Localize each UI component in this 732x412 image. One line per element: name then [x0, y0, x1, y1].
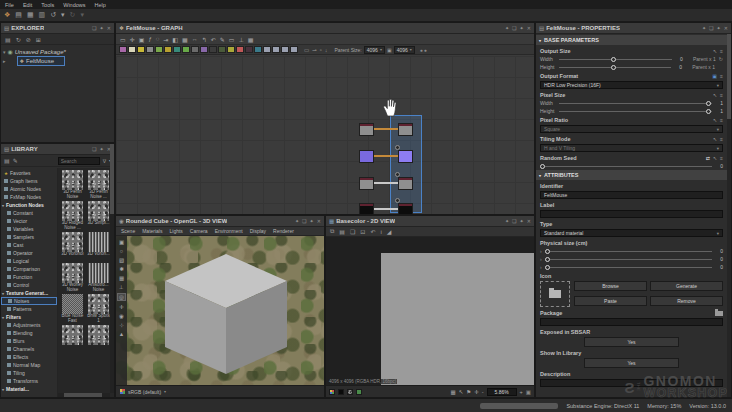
- new-package-icon[interactable]: ▤: [15, 11, 22, 19]
- param-menu-icon[interactable]: ≡: [720, 155, 723, 161]
- pose-icon[interactable]: ⊥: [119, 284, 124, 290]
- show-in-library-yes-button[interactable]: Yes: [584, 358, 679, 368]
- view3d-menu-scene[interactable]: Scene: [121, 228, 135, 234]
- param-menu-icon[interactable]: ≡: [720, 117, 723, 123]
- histogram-icon[interactable]: ◢: [387, 228, 392, 235]
- snap-grid-icon[interactable]: ▦: [248, 36, 254, 43]
- library-category-function-nodes[interactable]: ▾Function Nodes: [1, 201, 57, 209]
- size-lock-icon[interactable]: ▣: [387, 47, 392, 53]
- collapse-icon[interactable]: ▾: [2, 315, 4, 320]
- icon-drop-zone[interactable]: [540, 281, 570, 307]
- pick-icon[interactable]: ↖: [713, 136, 717, 142]
- library-category-texture-generat-[interactable]: ▾Texture Generat...: [1, 289, 57, 297]
- undo-caret-icon[interactable]: ▾: [61, 11, 65, 19]
- filter-tree-icon[interactable]: ⊞: [36, 36, 41, 43]
- collapse-icon[interactable]: ▾: [2, 291, 4, 296]
- library-category-material-[interactable]: ▾Material...: [1, 385, 57, 393]
- description-field[interactable]: [540, 379, 723, 387]
- eye-icon[interactable]: ◉: [119, 313, 124, 319]
- colorspace-value[interactable]: sRGB (default): [128, 389, 161, 395]
- param-menu-icon[interactable]: ≡: [720, 92, 723, 98]
- noise-thumbnail-image[interactable]: [88, 263, 109, 283]
- library-vertical-scrollbar[interactable]: [110, 144, 114, 393]
- library-thumbnail[interactable]: 3D Simpl...: [86, 201, 111, 231]
- library-category-patterns[interactable]: Patterns: [1, 305, 57, 313]
- output-node[interactable]: [398, 123, 413, 136]
- identifier-field[interactable]: FeltMouse: [540, 191, 723, 199]
- graph-node[interactable]: [359, 203, 374, 214]
- maximize-icon[interactable]: ✦: [717, 25, 721, 31]
- float-icon[interactable]: ❏: [709, 25, 713, 31]
- package-label[interactable]: Unsaved Package*: [15, 49, 66, 55]
- library-category-control[interactable]: Control: [1, 281, 57, 289]
- undo-icon[interactable]: ↶: [370, 228, 375, 235]
- info-icon[interactable]: i: [380, 229, 381, 235]
- menu-item-windows[interactable]: Windows: [63, 2, 85, 8]
- node-swatch-6[interactable]: [173, 46, 181, 53]
- pan-icon[interactable]: ✛: [474, 389, 479, 395]
- collapse-icon[interactable]: ▾: [2, 387, 4, 392]
- type-dropdown[interactable]: Standard material▾: [540, 229, 723, 237]
- view3d-viewport[interactable]: ▣○▨✱▦⊥◎✛◉⊹▲: [116, 236, 324, 385]
- noise-thumbnail-image[interactable]: [88, 294, 109, 314]
- physical-x-slider[interactable]: [545, 249, 712, 254]
- remove-button[interactable]: Remove: [650, 296, 723, 306]
- library-thumbnail[interactable]: Anisotro... Noise: [86, 263, 111, 293]
- pick-icon[interactable]: ↖: [713, 155, 717, 161]
- view3d-menu-materials[interactable]: Materials: [142, 228, 162, 234]
- pin-icon[interactable]: ✦: [295, 218, 299, 224]
- library-category-function[interactable]: Function: [1, 273, 57, 281]
- library-thumbnail[interactable]: 3D Perlin Noise ...: [86, 170, 111, 200]
- library-category-blending[interactable]: Blending: [1, 329, 57, 337]
- screenshot-icon[interactable]: ▣: [139, 36, 145, 43]
- physical-z-slider[interactable]: [545, 265, 712, 270]
- pivot-icon[interactable]: ⊹: [119, 322, 124, 328]
- height-slider[interactable]: [559, 109, 712, 114]
- size-dropdown[interactable]: 4096▾: [394, 46, 415, 54]
- image-icon[interactable]: ▨: [119, 257, 124, 263]
- node-swatch-18[interactable]: [281, 46, 289, 53]
- float-icon[interactable]: ❏: [512, 218, 516, 224]
- graph-canvas[interactable]: [116, 56, 534, 214]
- copy-icon[interactable]: ❏: [350, 228, 355, 235]
- pin-down-icon[interactable]: ↓: [325, 47, 328, 53]
- library-category-noises[interactable]: Noises: [1, 297, 57, 305]
- view3d-menu-display[interactable]: Display: [250, 228, 266, 234]
- library-category-effects[interactable]: Effects: [1, 353, 57, 361]
- menu-item-file[interactable]: File: [5, 2, 14, 8]
- library-thumbnail[interactable]: [60, 325, 85, 355]
- node-swatch-4[interactable]: [155, 46, 163, 53]
- tree-graph-item[interactable]: ▸ ❖ FeltMouse: [3, 56, 112, 65]
- library-thumbnail[interactable]: BnW Spots 1: [86, 294, 111, 324]
- output-node[interactable]: [398, 177, 413, 190]
- material-icon[interactable]: ◎: [117, 293, 126, 301]
- library-thumbnail[interactable]: 3D Voronoi: [60, 232, 85, 262]
- menu-item-edit[interactable]: Edit: [23, 2, 32, 8]
- node-swatch-13[interactable]: [236, 46, 244, 53]
- chevron-down-icon[interactable]: ▾: [164, 389, 166, 394]
- node-swatch-10[interactable]: [209, 46, 217, 53]
- settings-icon[interactable]: ✱: [119, 266, 124, 272]
- section-base-parameters[interactable]: ▾BASE PARAMETERS: [536, 35, 727, 45]
- open-icon[interactable]: ▦: [27, 11, 34, 19]
- rotate-icon[interactable]: ↶: [211, 36, 216, 43]
- screenshot-icon[interactable]: ▣: [119, 239, 124, 245]
- width-slider[interactable]: [559, 57, 672, 62]
- grid-view-icon[interactable]: ▦: [182, 36, 188, 43]
- library-category-graph-items[interactable]: Graph Items: [1, 177, 57, 185]
- library-category-normal-map[interactable]: Normal Map: [1, 361, 57, 369]
- library-category-adjustments[interactable]: Adjustments: [1, 321, 57, 329]
- library-horizontal-scrollbar[interactable]: [58, 393, 110, 397]
- shuffle-icon[interactable]: ⇄: [706, 155, 710, 161]
- grid-icon[interactable]: ▦: [450, 389, 455, 395]
- frame-add-icon[interactable]: ▫: [320, 47, 322, 53]
- node-swatch-16[interactable]: [263, 46, 271, 53]
- param-menu-icon[interactable]: ≡: [720, 73, 723, 79]
- function-icon[interactable]: ƒ: [148, 36, 151, 42]
- maximize-icon[interactable]: ✦: [100, 146, 104, 152]
- search-input[interactable]: [58, 157, 100, 165]
- maximize-icon[interactable]: ✦: [520, 25, 524, 31]
- browse-button[interactable]: Browse: [574, 281, 647, 291]
- library-category-tiling[interactable]: Tiling: [1, 369, 57, 377]
- output-node[interactable]: [398, 203, 413, 214]
